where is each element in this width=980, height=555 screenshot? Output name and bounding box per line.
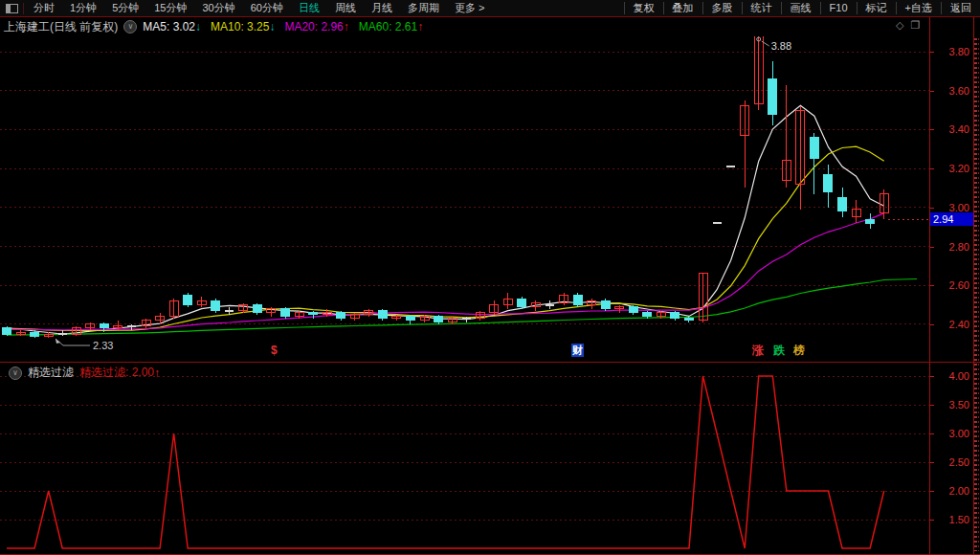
indicator-tick-label: 3.50	[949, 399, 969, 411]
indicator-tick-label: 2.00	[949, 485, 969, 497]
candle-body	[810, 138, 818, 159]
indicator-pane-title: 精选过滤	[28, 365, 74, 381]
candle-body	[100, 324, 108, 328]
ma-value-3: MA60: 2.61↑	[359, 20, 423, 33]
period-tab-10[interactable]: 更多 >	[447, 2, 492, 13]
ma-value-1: MA10: 3.25↓	[211, 20, 275, 33]
toolbar-button-6[interactable]: 标记	[857, 2, 896, 14]
period-tab-7[interactable]: 周线	[327, 2, 364, 13]
candle-body	[434, 317, 443, 322]
pane-separator[interactable]	[0, 362, 980, 363]
period-tab-0[interactable]: 分时	[26, 2, 62, 13]
toolbar-divider	[23, 3, 24, 14]
toolbar-button-7[interactable]: +自选	[896, 2, 941, 14]
indicator-tick-label: 1.50	[949, 514, 969, 525]
ma-value-0: MA5: 3.02↓	[143, 20, 201, 33]
price-tick-label: 3.80	[949, 46, 969, 57]
toolbar-button-2[interactable]: 多股	[702, 2, 742, 14]
toolbar-actions: 复权叠加多股统计画线F10标记+自选返回	[624, 0, 980, 16]
ma-arrow-icon: ↓	[269, 20, 275, 33]
low-price-label: 2.33	[93, 340, 113, 351]
candle-body	[337, 313, 345, 319]
candle-body	[629, 307, 637, 313]
period-tab-6[interactable]: 日线	[291, 2, 327, 13]
period-tab-3[interactable]: 15分钟	[146, 2, 194, 13]
price-tick-label: 3.40	[949, 123, 969, 135]
diamond-icon[interactable]: ◇	[896, 19, 903, 32]
candle-body	[3, 328, 11, 334]
event-marker-4[interactable]: 榜	[793, 344, 805, 357]
chevron-down-icon[interactable]: ∨	[9, 366, 22, 380]
candle-body	[253, 305, 261, 313]
last-price-badge: 2.94	[930, 212, 973, 226]
stock-title: 上海建工(日线 前复权)	[4, 19, 118, 35]
candle-body	[838, 198, 847, 211]
event-marker-1[interactable]: 财	[571, 344, 584, 357]
period-tab-4[interactable]: 30分钟	[195, 2, 243, 13]
event-marker-0[interactable]: $	[271, 344, 278, 357]
candle-body	[866, 219, 875, 223]
top-toolbar: 分时1分钟5分钟15分钟30分钟60分钟日线周线月线多周期更多 > 复权叠加多股…	[0, 0, 980, 17]
period-tab-1[interactable]: 1分钟	[62, 2, 104, 13]
ma-arrow-icon: ↑	[417, 20, 423, 33]
app-window: 分时1分钟5分钟15分钟30分钟60分钟日线周线月线多周期更多 > 复权叠加多股…	[0, 0, 980, 555]
low-marker-line	[56, 339, 90, 345]
price-tick-label: 3.20	[949, 163, 969, 174]
candle-body	[601, 300, 610, 308]
candle-body	[31, 332, 39, 336]
price-tick-label: 2.60	[949, 279, 969, 291]
right-scroll-strip[interactable]	[974, 38, 977, 551]
candle-body	[309, 313, 318, 315]
candle-body	[643, 313, 652, 317]
toolbar-button-5[interactable]: F10	[820, 2, 857, 14]
chevron-down-icon[interactable]: ∨	[123, 20, 137, 33]
period-tab-8[interactable]: 月线	[364, 2, 400, 13]
event-marker-2[interactable]: 涨	[752, 344, 764, 357]
chart-header: 上海建工(日线 前复权) ∨ MA5: 3.02↓MA10: 3.25↓MA20…	[4, 19, 433, 34]
ma10-line	[7, 146, 884, 330]
indicator-axis: 4.003.503.002.502.001.50	[929, 363, 973, 553]
period-tabs: 分时1分钟5分钟15分钟30分钟60分钟日线周线月线多周期更多 >	[26, 1, 492, 15]
price-tick-label: 3.00	[949, 202, 969, 213]
ma-arrow-icon: ↓	[195, 20, 201, 33]
price-tick-label: 3.60	[949, 85, 969, 97]
toolbar-button-3[interactable]: 统计	[742, 2, 781, 14]
period-tab-9[interactable]: 多周期	[400, 2, 447, 13]
candle-body	[184, 295, 192, 304]
ma-values: MA5: 3.02↓MA10: 3.25↓MA20: 2.96↑MA60: 2.…	[143, 20, 433, 33]
toolbar-button-4[interactable]: 画线	[781, 2, 820, 14]
indicator-tick-label: 3.00	[949, 428, 969, 439]
indicator-tick-label: 4.00	[949, 370, 969, 382]
price-tick-label: 2.40	[949, 319, 969, 330]
toolbar-button-0[interactable]: 复权	[624, 2, 663, 14]
period-tab-2[interactable]: 5分钟	[104, 2, 146, 13]
panel-toggle-icon[interactable]: ❐	[910, 19, 920, 32]
price-tick-label: 2.80	[949, 241, 969, 253]
indicator-chart[interactable]	[0, 363, 929, 553]
toolbar-button-1[interactable]: 叠加	[663, 2, 702, 14]
right-scroll-strip	[978, 38, 979, 551]
indicator-value: 精选过滤: 2.00	[79, 365, 154, 381]
indicator-tick-label: 2.50	[949, 456, 969, 468]
ma5-line	[7, 105, 884, 334]
main-candle-chart[interactable]: 3.882.33	[0, 36, 929, 362]
ma-value-2: MA20: 2.96↑	[284, 20, 348, 33]
chart-right-border	[929, 17, 930, 554]
price-axis: 3.803.603.403.203.002.802.602.402.94	[929, 36, 973, 362]
candle-body	[768, 78, 777, 114]
ma20-line	[7, 213, 884, 330]
candle-body	[573, 295, 582, 304]
event-marker-3[interactable]: 跌	[773, 344, 785, 357]
toolbar-button-8[interactable]: 返回	[941, 2, 980, 14]
ma-arrow-icon: ↑	[344, 20, 349, 33]
candle-body	[406, 317, 414, 321]
indicator-header: ∨ 精选过滤 精选过滤: 2.00 ↑	[3, 365, 160, 381]
candle-body	[212, 300, 220, 310]
high-price-label: 3.88	[771, 40, 791, 52]
window-icon[interactable]	[6, 4, 18, 13]
candle-body	[518, 299, 526, 306]
candle-body	[378, 311, 387, 319]
candle-body	[824, 174, 833, 191]
period-tab-5[interactable]: 60分钟	[243, 2, 291, 13]
up-arrow-icon: ↑	[154, 366, 160, 380]
